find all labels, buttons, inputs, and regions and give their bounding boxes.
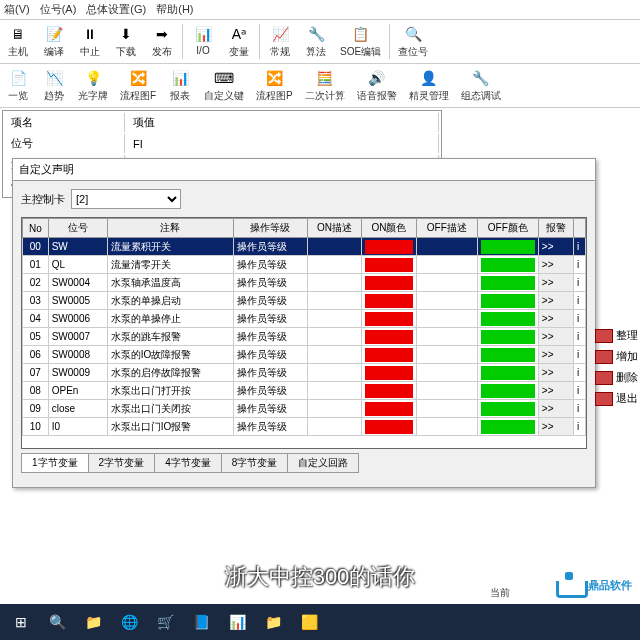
toolbar-button[interactable]: 📈常规	[262, 22, 298, 61]
taskbar-item[interactable]: 📘	[184, 607, 218, 637]
prop-value[interactable]: 项值	[127, 113, 439, 132]
tab[interactable]: 2字节变量	[88, 453, 156, 473]
grid-header[interactable]: 位号	[48, 219, 107, 238]
toolbar-button[interactable]: ➡发布	[144, 22, 180, 61]
taskbar-item[interactable]: 🛒	[148, 607, 182, 637]
table-row[interactable]: 02SW0004水泵轴承温度高操作员等级>>i	[23, 274, 586, 292]
variable-grid[interactable]: No位号注释操作等级ON描述ON颜色OFF描述OFF颜色报警00SW流量累积开关…	[21, 217, 587, 449]
taskbar-item[interactable]: 📁	[256, 607, 290, 637]
taskbar-item[interactable]: 📁	[76, 607, 110, 637]
side-button[interactable]: 增加	[595, 349, 638, 364]
menu-item[interactable]: 总体设置(G)	[86, 2, 146, 17]
toolbar-button[interactable]: Aᵃ变量	[221, 22, 257, 61]
alarm-button[interactable]: >>	[538, 382, 573, 400]
off-color-swatch[interactable]	[481, 330, 535, 344]
control-card-select[interactable]: [2]	[71, 189, 181, 209]
off-color-swatch[interactable]	[481, 384, 535, 398]
alarm-button[interactable]: >>	[538, 238, 573, 256]
table-row[interactable]: 03SW0005水泵的单操启动操作员等级>>i	[23, 292, 586, 310]
taskbar-item[interactable]: 🌐	[112, 607, 146, 637]
toolbar-button[interactable]: ⌨自定义键	[198, 66, 250, 105]
table-row[interactable]: 10I0水泵出口门IO报警操作员等级>>i	[23, 418, 586, 436]
taskbar-item[interactable]: 📊	[220, 607, 254, 637]
on-color-swatch[interactable]	[365, 402, 413, 416]
on-color-swatch[interactable]	[365, 312, 413, 326]
taskbar-item[interactable]: 🔍	[40, 607, 74, 637]
alarm-button[interactable]: >>	[538, 418, 573, 436]
grid-header[interactable]: 报警	[538, 219, 573, 238]
off-color-swatch[interactable]	[481, 240, 535, 254]
side-button[interactable]: 整理	[595, 328, 638, 343]
tab[interactable]: 4字节变量	[154, 453, 222, 473]
side-button[interactable]: 删除	[595, 370, 638, 385]
alarm-button[interactable]: >>	[538, 310, 573, 328]
toolbar-button[interactable]: 🖥主机	[0, 22, 36, 61]
alarm-button[interactable]: >>	[538, 400, 573, 418]
toolbar-button[interactable]: ⬇下载	[108, 22, 144, 61]
toolbar-button[interactable]: 🔍查位号	[392, 22, 434, 61]
toolbar-button[interactable]: 📊报表	[162, 66, 198, 105]
off-color-swatch[interactable]	[481, 366, 535, 380]
grid-header[interactable]: ON颜色	[362, 219, 417, 238]
toolbar-button[interactable]: 📊I/O	[185, 22, 221, 61]
off-color-swatch[interactable]	[481, 276, 535, 290]
table-row[interactable]: 06SW0008水泵的IO故障报警操作员等级>>i	[23, 346, 586, 364]
table-row[interactable]: 05SW0007水泵的跳车报警操作员等级>>i	[23, 328, 586, 346]
on-color-swatch[interactable]	[365, 258, 413, 272]
menu-item[interactable]: 位号(A)	[40, 2, 77, 17]
on-color-swatch[interactable]	[365, 276, 413, 290]
table-row[interactable]: 07SW0009水泵的启停故障报警操作员等级>>i	[23, 364, 586, 382]
toolbar-button[interactable]: 📋SOE编辑	[334, 22, 387, 61]
toolbar-button[interactable]: 📄一览	[0, 66, 36, 105]
off-color-swatch[interactable]	[481, 294, 535, 308]
toolbar-button[interactable]: ⏸中止	[72, 22, 108, 61]
toolbar-button[interactable]: 💡光字牌	[72, 66, 114, 105]
off-color-swatch[interactable]	[481, 402, 535, 416]
off-color-swatch[interactable]	[481, 348, 535, 362]
toolbar-button[interactable]: 📝编译	[36, 22, 72, 61]
on-color-swatch[interactable]	[365, 384, 413, 398]
toolbar-button[interactable]: 📉趋势	[36, 66, 72, 105]
windows-taskbar[interactable]: ⊞🔍📁🌐🛒📘📊📁🟨	[0, 604, 640, 640]
menu-item[interactable]: 帮助(H)	[156, 2, 193, 17]
prop-value[interactable]: FI	[127, 134, 439, 153]
off-color-swatch[interactable]	[481, 258, 535, 272]
alarm-button[interactable]: >>	[538, 364, 573, 382]
on-color-swatch[interactable]	[365, 294, 413, 308]
table-row[interactable]: 09close水泵出口门关闭按操作员等级>>i	[23, 400, 586, 418]
alarm-button[interactable]: >>	[538, 274, 573, 292]
on-color-swatch[interactable]	[365, 330, 413, 344]
taskbar-item[interactable]: 🟨	[292, 607, 326, 637]
toolbar-button[interactable]: 🔀流程图P	[250, 66, 299, 105]
on-color-swatch[interactable]	[365, 240, 413, 254]
grid-header[interactable]: OFF描述	[416, 219, 477, 238]
grid-header[interactable]: 注释	[107, 219, 233, 238]
alarm-button[interactable]: >>	[538, 346, 573, 364]
on-color-swatch[interactable]	[365, 348, 413, 362]
tab[interactable]: 自定义回路	[287, 453, 359, 473]
table-row[interactable]: 04SW0006水泵的单操停止操作员等级>>i	[23, 310, 586, 328]
toolbar-button[interactable]: 🧮二次计算	[299, 66, 351, 105]
menu-item[interactable]: 箱(V)	[4, 2, 30, 17]
tab[interactable]: 8字节变量	[221, 453, 289, 473]
table-row[interactable]: 00SW流量累积开关操作员等级>>i	[23, 238, 586, 256]
on-color-swatch[interactable]	[365, 420, 413, 434]
table-row[interactable]: 08OPEn水泵出口门打开按操作员等级>>i	[23, 382, 586, 400]
toolbar-button[interactable]: 🔊语音报警	[351, 66, 403, 105]
off-color-swatch[interactable]	[481, 312, 535, 326]
alarm-button[interactable]: >>	[538, 292, 573, 310]
off-color-swatch[interactable]	[481, 420, 535, 434]
toolbar-button[interactable]: 👤精灵管理	[403, 66, 455, 105]
alarm-button[interactable]: >>	[538, 256, 573, 274]
toolbar-button[interactable]: 🔀流程图F	[114, 66, 162, 105]
on-color-swatch[interactable]	[365, 366, 413, 380]
tab[interactable]: 1字节变量	[21, 453, 89, 473]
grid-header[interactable]: ON描述	[307, 219, 362, 238]
toolbar-button[interactable]: 🔧组态调试	[455, 66, 507, 105]
side-button[interactable]: 退出	[595, 391, 638, 406]
grid-header[interactable]: No	[23, 219, 49, 238]
grid-header[interactable]: OFF颜色	[477, 219, 538, 238]
table-row[interactable]: 01QL流量清零开关操作员等级>>i	[23, 256, 586, 274]
alarm-button[interactable]: >>	[538, 328, 573, 346]
toolbar-button[interactable]: 🔧算法	[298, 22, 334, 61]
